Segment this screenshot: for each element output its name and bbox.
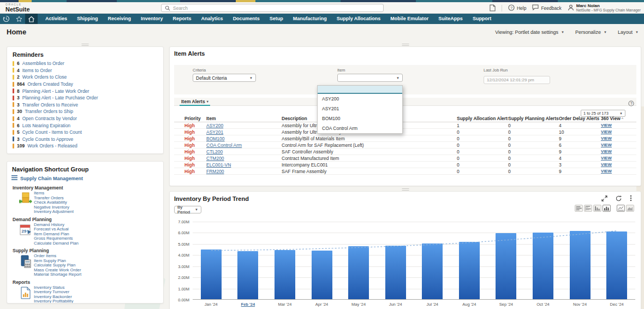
shortcut-link-inventory-profitability[interactable]: Inventory Profitability: [34, 299, 78, 304]
x-axis-label-jun-24[interactable]: Jun '24: [377, 302, 414, 307]
nav-item-mobile-emulator[interactable]: Mobile Emulator: [385, 14, 433, 24]
column-header-360-view[interactable]: 360 View ^: [601, 116, 636, 121]
x-axis-label-dec-24[interactable]: Dec '24: [598, 302, 635, 307]
shortcut-link-calculate-demand-plan[interactable]: Calculate Demand Plan: [34, 241, 79, 246]
bar-jul-24[interactable]: [422, 243, 443, 299]
bar-mar-24[interactable]: [275, 250, 295, 299]
column-header-supply-allocation-alerts[interactable]: Supply Allocation Alerts: [457, 116, 508, 121]
view-link[interactable]: VIEW: [601, 136, 636, 141]
item-link[interactable]: FRM200: [206, 169, 282, 174]
create-document-icon[interactable]: [490, 4, 496, 11]
x-axis-label-feb-24[interactable]: Feb '24: [230, 302, 267, 307]
x-axis-label-mar-24[interactable]: Mar '24: [266, 302, 303, 307]
bar-aug-24[interactable]: [459, 242, 480, 299]
view-link[interactable]: VIEW: [601, 129, 636, 134]
nav-item-setup[interactable]: Setup: [265, 14, 288, 24]
nav-item-activities[interactable]: Activities: [40, 14, 72, 24]
portlet-drag-handle[interactable]: [82, 44, 89, 46]
column-header-supply-planning-alerts[interactable]: Supply Planning Alerts: [508, 116, 559, 121]
item-dropdown-option-asy200[interactable]: ASY200: [318, 94, 402, 104]
item-link[interactable]: COA Control Arm: [206, 142, 282, 148]
shortcut-link-inventory-adjustment[interactable]: Inventory Adjustment: [34, 210, 74, 215]
reminder-item-planning-alert-late-purchase-order[interactable]: 3Planning Alert - Late Purchase Order: [13, 94, 158, 102]
item-dropdown-option-coa-control-arm[interactable]: COA Control Arm: [318, 123, 402, 133]
reminder-item-transfer-orders-to-ship[interactable]: 30Transfer Orders to Ship: [13, 108, 158, 115]
history-icon[interactable]: [0, 14, 13, 24]
nav-item-suiteapps[interactable]: SuiteApps: [433, 14, 468, 24]
column-header-priority[interactable]: Priority: [174, 116, 206, 121]
item-link[interactable]: CTM200: [206, 156, 282, 161]
reminder-item-cycle-count-items-to-count[interactable]: 5Cycle Count - Items to Count: [13, 129, 158, 136]
bar-grouped-icon[interactable]: [584, 205, 592, 212]
item-link[interactable]: ASY200: [206, 123, 282, 128]
bar-dec-24[interactable]: [606, 231, 627, 299]
refresh-icon[interactable]: [616, 195, 622, 201]
nav-item-supply-allocations[interactable]: Supply Allocations: [332, 14, 386, 24]
tab-item-alerts[interactable]: Item Alerts ▾: [180, 98, 210, 106]
x-axis-label-sep-24[interactable]: Sep '24: [488, 302, 525, 307]
item-link[interactable]: ELC001-VN: [206, 162, 282, 168]
view-link[interactable]: VIEW: [601, 142, 636, 147]
portlet-drag-handle[interactable]: [402, 188, 409, 191]
global-search[interactable]: [161, 4, 384, 12]
reminder-item-work-orders-to-close[interactable]: 2Work Orders to Close: [13, 74, 158, 81]
help-button[interactable]: ? Help: [508, 4, 526, 12]
item-link[interactable]: CTL200: [206, 149, 282, 154]
item-select[interactable]: ▼: [337, 74, 403, 82]
reminder-item-cycle-counts-to-approve[interactable]: 3Cycle Counts to Approve: [13, 136, 158, 143]
item-dropdown-option-asy201[interactable]: ASY201: [318, 104, 402, 114]
personalize-dropdown[interactable]: Personalize▼: [575, 29, 607, 35]
shortcut-link-material-shortage-report[interactable]: Material Shortage Report: [34, 272, 81, 277]
feedback-button[interactable]: Feedback: [532, 4, 561, 11]
reminder-item-assemblies-to-order[interactable]: 6Assemblies to Order: [13, 60, 158, 67]
item-dropdown-blank-option[interactable]: [318, 86, 402, 94]
nav-item-receiving[interactable]: Receiving: [103, 14, 136, 24]
nav-item-support[interactable]: Support: [468, 14, 497, 24]
column-header-item[interactable]: Item: [206, 116, 282, 121]
bar-horizontal-icon[interactable]: [575, 205, 583, 212]
portlet-drag-handle[interactable]: [402, 44, 409, 46]
reminder-item-open-contracts-by-vendor[interactable]: 4Open Contracts by Vendor: [13, 115, 158, 122]
x-axis-label-nov-24[interactable]: Nov '24: [562, 302, 599, 307]
viewing-dropdown[interactable]: Viewing: Portlet date settings▼: [495, 29, 564, 35]
nav-item-manufacturing[interactable]: Manufacturing: [288, 14, 332, 24]
layout-dropdown[interactable]: Layout▼: [618, 29, 639, 35]
reminder-item-lots-nearing-expiration[interactable]: 6Lots Nearing Expiration: [13, 122, 158, 129]
x-axis-label-jul-24[interactable]: Jul '24: [414, 302, 451, 307]
view-link[interactable]: VIEW: [601, 169, 636, 174]
nav-item-inventory[interactable]: Inventory: [136, 14, 168, 24]
bar-nov-24[interactable]: [570, 231, 591, 299]
reminder-item-planning-alert-late-work-order[interactable]: 8Planning Alert - Late Work Order: [13, 87, 158, 94]
bar-apr-24[interactable]: [312, 251, 332, 299]
x-axis-label-aug-24[interactable]: Aug '24: [451, 302, 488, 307]
home-icon[interactable]: [25, 14, 38, 24]
bar-sorted-icon[interactable]: [593, 205, 601, 212]
nav-item-reports[interactable]: Reports: [168, 14, 196, 24]
item-link[interactable]: BOM100: [206, 136, 282, 141]
column-chart-icon[interactable]: [603, 205, 611, 212]
reminder-item-orders-created-today[interactable]: 864Orders Created Today: [13, 81, 158, 88]
supply-chain-management-link[interactable]: Supply Chain Management: [11, 175, 159, 181]
nav-item-documents[interactable]: Documents: [228, 14, 265, 24]
star-icon[interactable]: [13, 14, 25, 24]
x-axis-label-may-24[interactable]: May '24: [340, 302, 377, 307]
view-link[interactable]: VIEW: [601, 149, 636, 154]
x-axis-label-apr-24[interactable]: Apr '24: [303, 302, 341, 307]
nav-item-analytics[interactable]: Analytics: [196, 14, 228, 24]
period-select[interactable]: By Period ▼: [174, 206, 201, 213]
line-chart-icon[interactable]: [617, 205, 625, 212]
x-axis-label-jan-24[interactable]: Jan '24: [193, 302, 230, 307]
bar-may-24[interactable]: [348, 246, 369, 299]
reminder-item-items-to-order[interactable]: 4Items to Order: [13, 67, 158, 74]
kebab-menu-icon[interactable]: [630, 195, 632, 201]
reminder-item-work-orders-released[interactable]: 109Work Orders - Released: [13, 142, 158, 150]
view-link[interactable]: VIEW: [601, 156, 636, 161]
expand-icon[interactable]: [601, 195, 607, 201]
bar-oct-24[interactable]: [533, 233, 553, 299]
column-header-order-delay-alerts[interactable]: Order Delay Alerts: [559, 116, 601, 121]
criteria-select[interactable]: Default Criteria ▼: [193, 74, 256, 82]
bar-jan-24[interactable]: [201, 249, 222, 299]
bar-sep-24[interactable]: [496, 233, 516, 299]
item-link[interactable]: ASY201: [206, 129, 282, 135]
netsuite-logo[interactable]: ORACLE NetSuite: [5, 3, 30, 13]
